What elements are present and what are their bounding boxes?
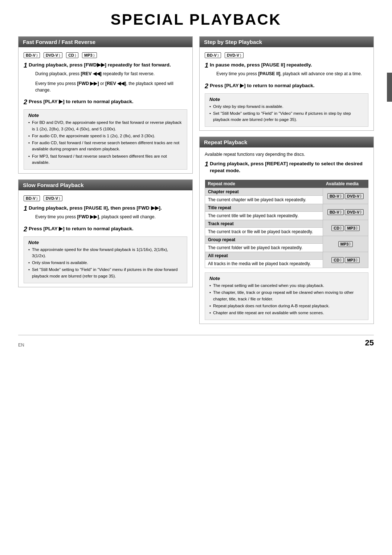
repeat-body-title: The current title will be played back re… <box>205 212 323 220</box>
repeat-mode-track: Track repeat <box>205 220 323 228</box>
badge-dvdv-tt: DVD-V <box>345 209 364 215</box>
footer-language: EN <box>18 343 24 348</box>
repeat-playback-section: Repeat Playback Available repeat functio… <box>199 137 374 324</box>
repeat-note-item-2: The chapter, title, track or group repea… <box>209 289 364 302</box>
fast-forward-badges: BD-V DVD-V CD MP3 <box>24 52 187 58</box>
sf-note-item-3: Set "Still Mode" setting to "Field" in "… <box>28 267 183 279</box>
ff-step2-title: Press [PLAY ▶] to return to normal playb… <box>29 98 134 105</box>
sbs-note: Note Only step by step forward is availa… <box>205 93 368 127</box>
table-row: Track repeat CD MP3 <box>205 220 368 228</box>
badge-cd-tr: CD <box>331 225 344 231</box>
repeat-media-track: CD MP3 <box>323 220 368 236</box>
slow-forward-content: BD-V DVD-V 1 During playback, press [PAU… <box>19 190 192 287</box>
sbs-note-list: Only step by step forward is available. … <box>209 104 364 123</box>
repeat-media-group: MP3 <box>323 236 368 252</box>
badge-mp3-gr: MP3 <box>338 241 353 247</box>
repeat-body-track: The current track or file will be played… <box>205 228 323 236</box>
repeat-step1-title: During playback, press [REPEAT] repeated… <box>210 161 368 174</box>
badge-bdv-tt: BD-V <box>327 209 344 215</box>
repeat-note-list: The repeat setting will be canceled when… <box>209 283 364 316</box>
badge-cd-all: CD <box>331 257 344 263</box>
sbs-note-item-1: Only step by step forward is available. <box>209 104 364 110</box>
badge-bdv-sbs: BD-V <box>205 52 221 58</box>
repeat-body-all: All tracks in the media will be played b… <box>205 260 323 268</box>
table-row: All repeat CD MP3 <box>205 252 368 260</box>
ff-step1-body2: Every time you press [FWD ▶▶] or [REV ◀◀… <box>35 80 187 94</box>
ff-step2: 2 Press [PLAY ▶] to return to normal pla… <box>24 98 187 107</box>
ff-note-item-3: For audio CD, fast forward / fast revers… <box>28 140 183 153</box>
repeat-note: Note The repeat setting will be canceled… <box>205 272 368 320</box>
sf-note: Note The approximate speed for the slow … <box>24 236 187 283</box>
fast-forward-content: BD-V DVD-V CD MP3 1 During playback, pre… <box>19 47 192 173</box>
page: SPECIAL PLAYBACK Fast Forward / Fast Rev… <box>0 0 392 555</box>
repeat-table-col2: Available media <box>323 180 368 188</box>
slow-forward-section: Slow Forward Playback BD-V DVD-V 1 Durin… <box>18 179 193 287</box>
step-by-step-badges: BD-V DVD-V <box>205 52 368 58</box>
slow-forward-badges: BD-V DVD-V <box>24 195 187 201</box>
sbs-step1-title: In pause mode, press [PAUSE II] repeated… <box>210 62 362 69</box>
col-left: Fast Forward / Fast Reverse BD-V DVD-V C… <box>18 36 193 324</box>
ff-note-item-4: For MP3, fast forward / fast reverse sea… <box>28 153 183 166</box>
badge-dvdv-ff: DVD-V <box>44 52 62 58</box>
slow-forward-header: Slow Forward Playback <box>19 180 192 190</box>
repeat-playback-content: Available repeat functions vary dependin… <box>200 147 373 324</box>
sbs-note-item-2: Set "Still Mode" setting to "Field" in "… <box>209 110 364 123</box>
table-row: Group repeat MP3 <box>205 236 368 244</box>
sf-step2-title: Press [PLAY ▶] to return to normal playb… <box>29 226 134 232</box>
repeat-media-all: CD MP3 <box>323 252 368 268</box>
sf-step2-num: 2 <box>24 226 27 233</box>
repeat-playback-header: Repeat Playback <box>200 137 373 147</box>
repeat-body-chapter: The current chapter will be played back … <box>205 196 323 204</box>
badge-mp3-tr: MP3 <box>345 225 360 231</box>
ff-note-list: For BD and DVD, the approximate speed fo… <box>28 119 183 166</box>
repeat-table-col1: Repeat mode <box>205 180 323 188</box>
repeat-table: Repeat mode Available media Chapter repe… <box>205 180 368 268</box>
page-title: SPECIAL PLAYBACK <box>18 11 374 28</box>
ff-note-item-2: For audio CD, the approximate speed is 1… <box>28 133 183 139</box>
repeat-note-item-3: Repeat playback does not function during… <box>209 303 364 309</box>
sbs-step1-num: 1 <box>205 62 208 69</box>
sbs-step2: 2 Press [PLAY ▶] to return to normal pla… <box>205 82 368 91</box>
ff-note-item-1: For BD and DVD, the approximate speed fo… <box>28 119 183 132</box>
two-col-layout: Fast Forward / Fast Reverse BD-V DVD-V C… <box>18 36 374 324</box>
table-row: Chapter repeat BD-V DVD-V <box>205 188 368 196</box>
repeat-step1-num: 1 <box>205 161 208 168</box>
sf-note-item-2: Only slow forward is available. <box>28 260 183 266</box>
sf-note-list: The approximate speed for the slow forwa… <box>28 247 183 279</box>
step-by-step-section: Step by Step Playback BD-V DVD-V 1 In pa… <box>199 36 374 131</box>
badge-mp3-all: MP3 <box>345 257 360 263</box>
repeat-note-item-4: Chapter and title repeat are not availab… <box>209 310 364 316</box>
sbs-step1: 1 In pause mode, press [PAUSE II] repeat… <box>205 62 368 80</box>
repeat-media-chapter: BD-V DVD-V <box>323 188 368 204</box>
sbs-step2-num: 2 <box>205 82 208 90</box>
footer: EN 25 <box>18 335 374 348</box>
col-right: Step by Step Playback BD-V DVD-V 1 In pa… <box>199 36 374 324</box>
badge-bdv-ch: BD-V <box>327 193 344 199</box>
tab-marker <box>387 73 392 102</box>
sf-step2: 2 Press [PLAY ▶] to return to normal pla… <box>24 226 187 234</box>
sbs-step1-body: Every time you press [PAUSE II], playbac… <box>216 70 362 77</box>
footer-page-number: 25 <box>365 338 374 348</box>
badge-cd-ff: CD <box>66 52 78 58</box>
step-by-step-header: Step by Step Playback <box>200 37 373 47</box>
sf-note-title: Note <box>28 240 183 245</box>
repeat-note-title: Note <box>209 276 364 281</box>
step-by-step-content: BD-V DVD-V 1 In pause mode, press [PAUSE… <box>200 47 373 130</box>
badge-bdv-ff: BD-V <box>24 52 40 58</box>
repeat-mode-all: All repeat <box>205 252 323 260</box>
sf-step1-body: Every time you press [FWD ▶▶], playback … <box>35 214 162 220</box>
repeat-intro: Available repeat functions vary dependin… <box>205 151 368 158</box>
repeat-media-title: BD-V DVD-V <box>323 204 368 220</box>
sf-note-item-1: The approximate speed for the slow forwa… <box>28 247 183 259</box>
fast-forward-header: Fast Forward / Fast Reverse <box>19 37 192 47</box>
ff-note: Note For BD and DVD, the approximate spe… <box>24 109 187 170</box>
badge-mp3-ff: MP3 <box>82 52 97 58</box>
sf-step1-num: 1 <box>24 205 27 212</box>
repeat-mode-group: Group repeat <box>205 236 323 244</box>
table-row: Title repeat BD-V DVD-V <box>205 204 368 212</box>
repeat-mode-title: Title repeat <box>205 204 323 212</box>
ff-step1-title: During playback, press [FWD▶▶] repeatedl… <box>29 62 187 69</box>
fast-forward-section: Fast Forward / Fast Reverse BD-V DVD-V C… <box>18 36 193 174</box>
badge-bdv-sf: BD-V <box>24 195 40 201</box>
badge-dvdv-ch: DVD-V <box>345 193 364 199</box>
